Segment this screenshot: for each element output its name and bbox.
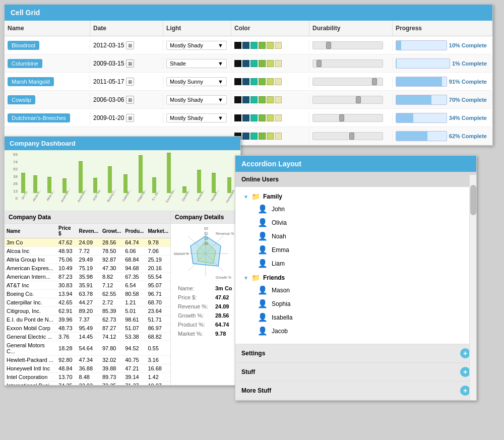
color-swatch[interactable] <box>234 78 241 85</box>
table-row[interactable]: American Intern...87.2335.988.8267.3555.… <box>5 273 170 281</box>
color-swatch[interactable] <box>242 96 249 103</box>
tree-group-header[interactable]: ▼📁Friends <box>241 272 470 283</box>
light-select[interactable]: Mostly Shady▼ <box>166 95 227 104</box>
color-swatch[interactable] <box>242 60 249 67</box>
color-swatch[interactable] <box>275 42 282 49</box>
color-swatch[interactable] <box>259 96 266 103</box>
bar-group[interactable]: Exxon Mo... <box>161 153 177 198</box>
bar-group[interactable]: E.I. du... <box>149 177 160 198</box>
bar-group[interactable]: American... <box>56 178 72 198</box>
color-swatch[interactable] <box>250 96 258 103</box>
table-row[interactable]: American Expres...10.4975.1947.3094.6820… <box>5 264 170 273</box>
table-row[interactable]: AT&T Inc30.8335.917.126.5495.07 <box>5 281 170 290</box>
color-swatch[interactable] <box>250 133 258 140</box>
bar-group[interactable]: American... <box>73 161 88 198</box>
table-row[interactable]: General Electric ...3.7614.4574.1253.386… <box>5 333 170 341</box>
table-row[interactable]: 3m Co47.6224.0928.5664.749.78 <box>5 238 170 247</box>
list-item[interactable]: 👤Jacob <box>241 324 470 338</box>
durability-slider[interactable] <box>312 78 383 86</box>
durability-slider[interactable] <box>312 114 383 122</box>
accordion-section-title-stuff[interactable]: Stuff+ <box>235 363 476 381</box>
color-swatch[interactable] <box>267 133 274 140</box>
color-swatch[interactable] <box>242 114 249 121</box>
calendar-icon[interactable]: ▦ <box>126 114 134 122</box>
color-swatch[interactable] <box>275 133 282 140</box>
color-swatch[interactable] <box>275 114 282 121</box>
bar-group[interactable]: Altria G... <box>43 177 55 198</box>
plant-name-button[interactable]: Marsh Marigold <box>8 77 54 86</box>
color-swatch[interactable] <box>275 78 282 85</box>
color-swatch[interactable] <box>234 42 241 49</box>
accordion-expand-icon[interactable]: + <box>460 348 470 358</box>
durability-slider[interactable] <box>312 41 383 49</box>
bar-group[interactable]: General... <box>193 170 206 198</box>
calendar-icon[interactable]: ▦ <box>126 41 134 49</box>
light-select[interactable]: Mostly Sunny▼ <box>166 77 227 86</box>
accordion-expand-icon[interactable]: + <box>460 367 470 377</box>
bar-group[interactable]: AT&T Inc <box>89 178 101 198</box>
light-select[interactable]: Shade▼ <box>166 59 227 68</box>
plant-name-button[interactable]: Columbine <box>8 59 42 68</box>
accordion-expand-icon[interactable]: + <box>460 386 470 396</box>
bar-group[interactable]: Hewlett-... <box>207 173 220 198</box>
accordion-section-title-more-stuff[interactable]: More Stuff+ <box>235 382 476 400</box>
color-swatch[interactable] <box>234 114 241 121</box>
table-row[interactable]: Hewlett-Packard ...92.8047.3432.0240.753… <box>5 356 170 364</box>
color-swatch[interactable] <box>250 114 258 121</box>
table-row[interactable]: Caterpillar Inc.42.6544.272.721.2168.70 <box>5 298 170 307</box>
color-swatch[interactable] <box>242 42 249 49</box>
light-select[interactable]: Mostly Shady▼ <box>166 113 227 122</box>
bar-group[interactable]: Alcoa In... <box>29 175 42 198</box>
color-swatch[interactable] <box>259 114 266 121</box>
calendar-icon[interactable]: ▦ <box>126 96 134 104</box>
plant-name-button[interactable]: Cowslip <box>8 95 35 104</box>
table-row[interactable]: Boeing Co.13.9463.7862.5580.5896.71 <box>5 290 170 298</box>
color-swatch[interactable] <box>259 42 266 49</box>
color-swatch[interactable] <box>250 60 258 67</box>
table-row[interactable]: General Motors C...18.2854.6497.8094.520… <box>5 341 170 356</box>
durability-slider[interactable] <box>312 132 383 140</box>
plant-name-button[interactable]: Bloodroot <box>8 41 39 50</box>
durability-slider[interactable] <box>312 59 383 68</box>
table-row[interactable]: Honeywell Intl Inc48.8436.8839.8847.2116… <box>5 364 170 373</box>
scrollbar-thumb[interactable] <box>470 185 476 215</box>
list-item[interactable]: 👤Mason <box>241 283 470 297</box>
color-swatch[interactable] <box>267 96 274 103</box>
light-select[interactable]: Mostly Shady▼ <box>166 41 227 50</box>
table-row[interactable]: Altria Group Inc75.0629.4992.8768.8425.1… <box>5 256 170 264</box>
list-item[interactable]: 👤Olivia <box>241 216 470 229</box>
color-swatch[interactable] <box>242 78 249 85</box>
table-row[interactable]: Intel Corporation13.708.4889.7339.141.42 <box>5 373 170 382</box>
color-swatch[interactable] <box>250 42 258 49</box>
list-item[interactable]: 👤Sophia <box>241 297 470 310</box>
bar-group[interactable]: Citigroup... <box>133 155 148 198</box>
list-item[interactable]: 👤Isabella <box>241 310 470 324</box>
bar-group[interactable]: Caterpill... <box>118 174 132 198</box>
calendar-icon[interactable]: ▦ <box>126 78 134 86</box>
color-swatch[interactable] <box>234 60 241 67</box>
bar-group[interactable]: General... <box>178 186 191 198</box>
table-row[interactable]: Exxon Mobil Corp48.7395.4987.2751.0786.9… <box>5 324 170 333</box>
list-item[interactable]: 👤Emma <box>241 243 470 257</box>
color-swatch[interactable] <box>259 133 266 140</box>
color-swatch[interactable] <box>267 60 274 67</box>
color-swatch[interactable] <box>259 78 266 85</box>
list-item[interactable]: 👤John <box>241 202 470 216</box>
color-swatch[interactable] <box>267 42 274 49</box>
color-swatch[interactable] <box>259 60 266 67</box>
calendar-icon[interactable]: ▦ <box>126 59 134 68</box>
list-item[interactable]: 👤Liam <box>241 257 470 270</box>
plant-name-button[interactable]: Dutchman's-Breeches <box>8 113 70 122</box>
accordion-section-title-settings[interactable]: Settings+ <box>235 344 476 362</box>
tree-group-header[interactable]: ▼📁Family <box>241 191 470 202</box>
color-swatch[interactable] <box>242 133 249 140</box>
color-swatch[interactable] <box>275 60 282 67</box>
table-row[interactable]: E.I. du Pont de N...39.967.3762.7398.615… <box>5 316 170 324</box>
bar-group[interactable]: Boeing C... <box>103 166 118 198</box>
color-swatch[interactable] <box>250 78 258 85</box>
bar-group[interactable]: 3m Co <box>19 173 28 198</box>
color-swatch[interactable] <box>267 78 274 85</box>
list-item[interactable]: 👤Noah <box>241 229 470 243</box>
durability-slider[interactable] <box>312 96 383 104</box>
color-swatch[interactable] <box>234 96 241 103</box>
